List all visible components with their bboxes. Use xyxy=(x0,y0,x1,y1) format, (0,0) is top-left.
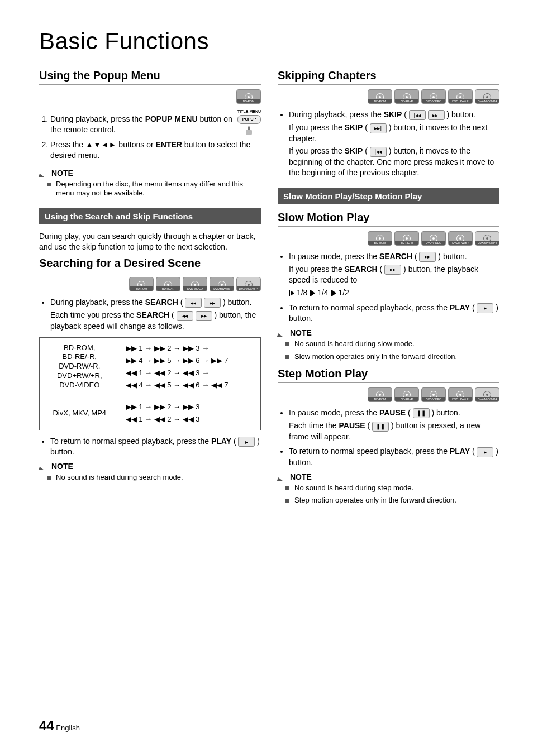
play-button-icon: ▸ xyxy=(238,437,255,447)
disc-badge: DVD-VIDEO xyxy=(421,231,446,246)
bullet-text: In pause mode, press the xyxy=(289,408,379,417)
bullet-item: During playback, press the SEARCH ( ◂◂ ▸… xyxy=(50,297,261,331)
searching-bullets: During playback, press the SEARCH ( ◂◂ ▸… xyxy=(39,297,261,331)
bullet-text: button. xyxy=(289,458,313,467)
note-item: No sound is heard during slow mode. xyxy=(294,339,499,349)
remote-graphic: TITLE MENU POPUP xyxy=(237,109,261,136)
sub-bold: SEARCH xyxy=(345,265,378,274)
note-list: No sound is heard during search mode. xyxy=(39,473,261,482)
slow-step-bar: Slow Motion Play/Step Motion Play xyxy=(278,188,499,204)
bullet-bold: SEARCH xyxy=(145,298,178,307)
disc-badge: DVD-VIDEO xyxy=(421,387,446,402)
search-skip-bar: Using the Search and Skip Functions xyxy=(39,208,261,224)
step-text: Press the xyxy=(50,140,85,149)
speed-value: 1/8 xyxy=(297,288,307,297)
fast-forward-button-icon: ▸▸ xyxy=(384,265,401,275)
note-label: NOTE xyxy=(51,462,73,471)
disc-badge: DVD±RW/±R xyxy=(448,231,473,246)
bullet-bold: SKIP xyxy=(384,110,402,119)
bullet-bold: PAUSE xyxy=(379,408,406,417)
disc-badge: BD-ROM xyxy=(368,387,392,402)
bullet-sub: Each time the PAUSE ( ❚❚ ) button is pre… xyxy=(289,420,499,442)
disc-badge-bd-rom: BD-ROM xyxy=(236,89,261,104)
sub-bold: PAUSE xyxy=(339,421,365,430)
disc-badge: BD-ROM xyxy=(129,277,154,291)
pause-button-icon: ❚❚ xyxy=(372,422,389,432)
note-icon xyxy=(278,473,287,481)
note-icon xyxy=(39,169,48,177)
skip-bullets: During playback, press the SKIP ( |◂◂ ▸▸… xyxy=(278,109,499,178)
skip-forward-button-icon: ▸▸| xyxy=(370,123,387,133)
bullet-item: In pause mode, press the SEARCH ( ▸▸ ) b… xyxy=(289,251,499,298)
play-button-icon: ▸ xyxy=(477,447,493,457)
bullet-item: To return to normal speed playback, pres… xyxy=(289,446,499,467)
note-icon xyxy=(39,462,48,470)
page-language: English xyxy=(56,724,80,732)
disc-badge: DVD-VIDEO xyxy=(183,277,207,291)
popup-step-1: During playback, press the POPUP MENU bu… xyxy=(50,114,261,135)
remote-title-menu-label: TITLE MENU xyxy=(237,109,261,114)
bullet-bold: SEARCH xyxy=(379,252,412,261)
disc-badge: BD-ROM xyxy=(368,231,392,246)
slow-heading: Slow Motion Play xyxy=(278,211,499,227)
note-heading: NOTE xyxy=(278,472,499,481)
slow-speeds: 1/8 1/4 1/2 xyxy=(289,288,499,298)
bullet-bold: PLAY xyxy=(211,437,231,446)
skip-heading: Skipping Chapters xyxy=(278,69,499,85)
bullet-item: During playback, press the SKIP ( |◂◂ ▸▸… xyxy=(289,109,499,178)
disc-badge: DVD±RW/±R xyxy=(210,277,234,291)
right-column: Skipping Chapters BD-ROM BD-RE/-R DVD-VI… xyxy=(278,69,499,511)
step-bold: POPUP MENU xyxy=(145,114,198,123)
popup-step-2: Press the ▲▼◄► buttons or ENTER button t… xyxy=(50,140,261,161)
bullet-item: To return to normal speed playback, pres… xyxy=(289,303,499,324)
disc-badge: DVD±RW/±R xyxy=(448,387,473,402)
bullet-text: To return to normal speed playback, pres… xyxy=(289,447,450,456)
sub-text: If you press the xyxy=(289,123,345,132)
searching-return-bullets: To return to normal speed playback, pres… xyxy=(39,436,261,457)
step-heading: Step Motion Play xyxy=(278,367,499,383)
hand-cursor-icon xyxy=(244,126,255,136)
skip-forward-button-icon: ▸▸| xyxy=(428,110,445,120)
rewind-button-icon: ◂◂ xyxy=(177,311,193,321)
pause-button-icon: ❚❚ xyxy=(413,408,430,418)
sub-bold: SEARCH xyxy=(136,310,169,319)
disc-badge: BD-RE/-R xyxy=(394,231,419,246)
bullet-text: button. xyxy=(226,298,252,307)
disc-badge: DivX/MKV/MP4 xyxy=(236,277,261,291)
remote-popup-button: POPUP xyxy=(237,115,261,124)
sub-bold: SKIP xyxy=(345,146,363,155)
speed-row-label: BD-ROM, BD-RE/-R, DVD-RW/-R, DVD+RW/+R, … xyxy=(40,337,120,396)
play-button-icon: ▸ xyxy=(477,303,493,313)
bullet-sub: If you press the SKIP ( ▸▸| ) button, it… xyxy=(289,122,499,143)
note-item: Step motion operates only in the forward… xyxy=(294,496,499,505)
note-label: NOTE xyxy=(290,472,312,481)
disc-badge: DVD-VIDEO xyxy=(421,89,446,104)
disc-badge: BD-RE/-R xyxy=(156,277,180,291)
sub-text: Each time the xyxy=(289,421,339,430)
bullet-item: To return to normal speed playback, pres… xyxy=(50,436,261,457)
bullet-bold: PLAY xyxy=(450,303,470,312)
page-number: 44 xyxy=(39,718,54,733)
speed-value: 1/4 xyxy=(317,288,328,297)
bullet-text: button. xyxy=(50,447,74,456)
bullet-sub: If you press the SKIP ( |◂◂ ) button, it… xyxy=(289,146,499,178)
popup-steps-list: During playback, press the POPUP MENU bu… xyxy=(39,114,261,161)
note-item: Slow motion operates only in the forward… xyxy=(294,352,499,362)
disc-badge: DVD±RW/±R xyxy=(448,89,473,104)
bullet-sub: Each time you press the SEARCH ( ◂◂ ▸▸ )… xyxy=(50,310,261,331)
disc-badge: DivX/MKV/MP4 xyxy=(475,387,499,402)
step-play-icon xyxy=(331,288,336,297)
fast-forward-button-icon: ▸▸ xyxy=(419,252,436,262)
sub-bold: SKIP xyxy=(345,123,363,132)
disc-badge: DivX/MKV/MP4 xyxy=(475,231,499,246)
bullet-text: During playback, press the xyxy=(50,298,145,307)
fast-forward-button-icon: ▸▸ xyxy=(204,298,221,308)
note-icon xyxy=(278,329,287,337)
step-play-icon xyxy=(310,288,315,297)
speed-row-sequence: ▶▶ 1 → ▶▶ 2 → ▶▶ 3 → ▶▶ 4 → ▶▶ 5 → ▶▶ 6 … xyxy=(120,337,260,396)
speed-row-label: DivX, MKV, MP4 xyxy=(40,396,120,430)
speed-row-sequence: ▶▶ 1 → ▶▶ 2 → ▶▶ 3 ◀◀ 1 → ◀◀ 2 → ◀◀ 3 xyxy=(120,396,260,430)
search-intro: During play, you can search quickly thro… xyxy=(39,231,261,252)
step-text: buttons or xyxy=(116,140,155,149)
note-list: Depending on the disc, the menu items ma… xyxy=(39,180,261,199)
